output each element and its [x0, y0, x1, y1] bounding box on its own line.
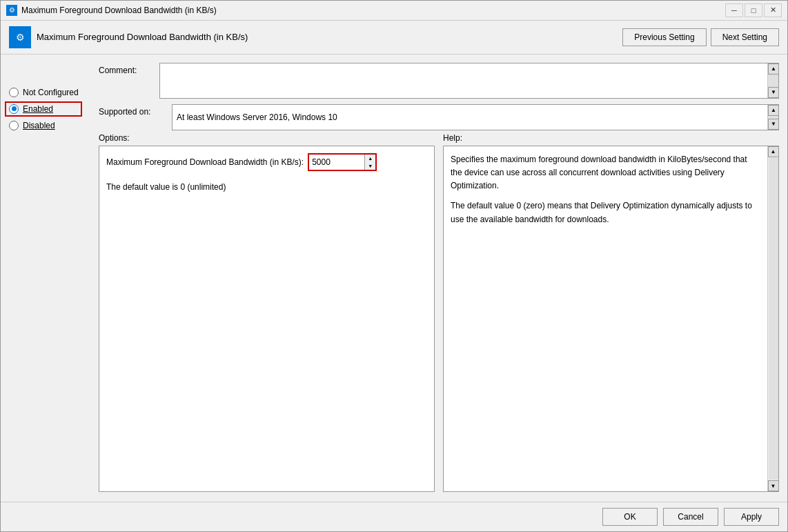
- help-scroll-down-icon: ▼: [771, 483, 776, 489]
- help-section: Help: Specifies the maximum foreground d…: [443, 133, 779, 492]
- left-sidebar: Not Configured Enabled Disabled: [1, 55, 90, 502]
- close-icon: ✕: [770, 6, 776, 14]
- help-scroll-up[interactable]: ▲: [768, 146, 779, 157]
- supported-value: At least Windows Server 2016, Windows 10: [173, 105, 767, 130]
- scroll-up-icon: ▲: [771, 66, 776, 72]
- supported-label: Supported on:: [99, 104, 168, 117]
- radio-disabled[interactable]: Disabled: [9, 121, 82, 130]
- maximize-button[interactable]: □: [745, 3, 762, 17]
- header-icon-symbol: ⚙: [16, 32, 25, 43]
- spin-up-icon: ▲: [368, 156, 373, 161]
- close-button[interactable]: ✕: [764, 3, 782, 17]
- supported-row: Supported on: At least Windows Server 20…: [90, 101, 787, 133]
- comment-area-inner: [160, 63, 767, 98]
- help-vscroll: ▲ ▼: [767, 146, 778, 491]
- options-field-label: Maximum Foreground Download Bandwidth (i…: [106, 157, 304, 167]
- radio-not-configured-circle: [9, 88, 19, 97]
- cancel-button[interactable]: Cancel: [663, 508, 718, 526]
- maximize-icon: □: [751, 6, 756, 14]
- comment-scrollbar: ▲ ▼: [767, 63, 778, 98]
- supported-scroll-up[interactable]: ▲: [768, 105, 779, 116]
- options-help-section: Options: Maximum Foreground Download Ban…: [90, 133, 787, 497]
- scroll-down-icon: ▼: [771, 89, 776, 95]
- comment-label: Comment:: [99, 63, 155, 75]
- minimize-button[interactable]: ─: [725, 3, 743, 17]
- header: ⚙ Maximum Foreground Download Bandwidth …: [1, 21, 787, 55]
- radio-enabled[interactable]: Enabled: [5, 101, 82, 117]
- title-bar-text: Maximum Foreground Download Bandwidth (i…: [21, 6, 725, 15]
- footer: OK Cancel Apply: [1, 502, 787, 531]
- help-scroll-down[interactable]: ▼: [768, 480, 779, 491]
- comment-scroll-track: [768, 75, 778, 87]
- window-icon: ⚙: [6, 5, 17, 16]
- spinbox-wrapper: ▲ ▼: [308, 153, 377, 171]
- main-window: ⚙ Maximum Foreground Download Bandwidth …: [0, 0, 788, 532]
- radio-not-configured[interactable]: Not Configured: [9, 88, 82, 97]
- options-section: Options: Maximum Foreground Download Ban…: [99, 133, 435, 492]
- help-para-1: Specifies the maximum foreground downloa…: [451, 153, 760, 193]
- options-box: Maximum Foreground Download Bandwidth (i…: [99, 146, 435, 492]
- spinbox-arrows: ▲ ▼: [364, 155, 375, 170]
- options-default-text: The default value is 0 (unlimited): [106, 182, 427, 192]
- spin-down-icon: ▼: [368, 164, 373, 168]
- comment-scroll-up[interactable]: ▲: [768, 63, 779, 75]
- help-section-header: Help:: [443, 133, 779, 143]
- supported-scrollbar: ▲ ▼: [767, 105, 778, 130]
- comment-area-wrapper: ▲ ▼: [159, 63, 779, 99]
- minimize-icon: ─: [731, 6, 737, 14]
- header-buttons: Previous Setting Next Setting: [622, 28, 779, 46]
- supported-scroll-down[interactable]: ▼: [768, 119, 779, 130]
- spin-up-button[interactable]: ▲: [365, 155, 375, 162]
- next-setting-button[interactable]: Next Setting: [711, 28, 779, 46]
- window-layout: ⚙ Maximum Foreground Download Bandwidth …: [1, 21, 787, 531]
- title-bar: ⚙ Maximum Foreground Download Bandwidth …: [1, 1, 787, 21]
- radio-not-configured-label: Not Configured: [23, 88, 79, 97]
- comment-textarea[interactable]: [160, 63, 767, 98]
- options-section-header: Options:: [99, 133, 435, 143]
- help-content: Specifies the maximum foreground downloa…: [444, 146, 767, 491]
- spin-down-button[interactable]: ▼: [365, 162, 375, 170]
- header-title: Maximum Foreground Download Bandwidth (i…: [37, 32, 617, 42]
- radio-disabled-circle: [9, 121, 19, 130]
- ok-button[interactable]: OK: [602, 508, 658, 526]
- window-main: Not Configured Enabled Disabled: [1, 55, 787, 502]
- radio-enabled-label: Enabled: [23, 104, 53, 114]
- apply-button[interactable]: Apply: [724, 508, 779, 526]
- previous-setting-button[interactable]: Previous Setting: [622, 28, 706, 46]
- comment-scroll-down[interactable]: ▼: [768, 87, 779, 98]
- window-icon-symbol: ⚙: [9, 6, 15, 14]
- comment-row: Comment: ▲ ▼: [90, 59, 787, 101]
- bandwidth-spinbox[interactable]: [309, 155, 364, 170]
- header-icon: ⚙: [9, 26, 31, 48]
- title-bar-controls: ─ □ ✕: [725, 3, 782, 17]
- right-content: Comment: ▲ ▼: [90, 55, 787, 502]
- supported-scroll-down-icon: ▼: [771, 121, 776, 127]
- radio-disabled-label: Disabled: [23, 121, 55, 130]
- help-scroll-up-icon: ▲: [771, 148, 776, 155]
- help-para-2: The default value 0 (zero) means that De…: [451, 199, 760, 226]
- options-field-row: Maximum Foreground Download Bandwidth (i…: [106, 153, 427, 171]
- radio-enabled-dot: [12, 106, 17, 111]
- radio-enabled-circle: [9, 104, 19, 114]
- help-box: Specifies the maximum foreground downloa…: [443, 146, 779, 492]
- supported-scroll-up-icon: ▲: [771, 107, 776, 113]
- supported-area-wrapper: At least Windows Server 2016, Windows 10…: [172, 104, 779, 130]
- help-scroll-track: [769, 158, 778, 480]
